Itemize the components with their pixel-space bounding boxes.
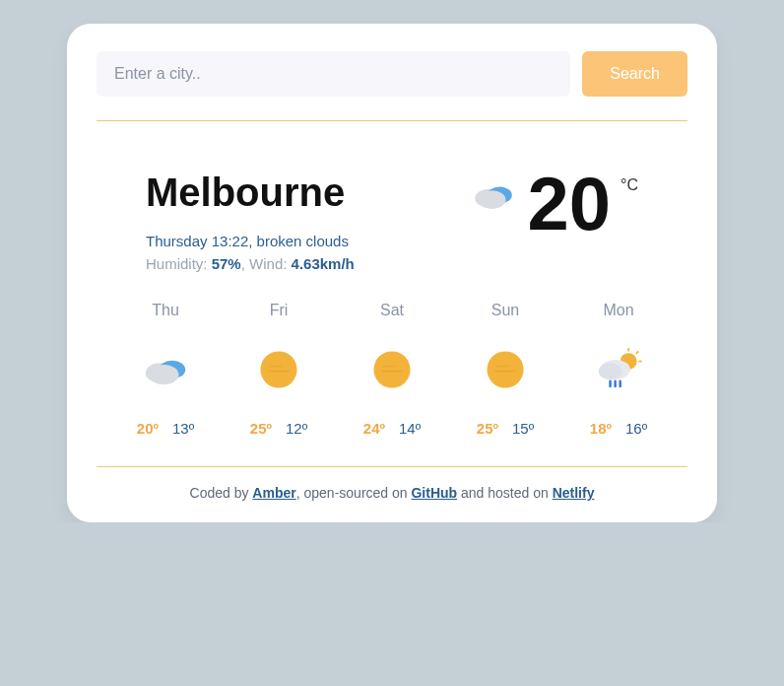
weather-card: Search Melbourne Thursday 13:22, broken … [67,24,717,522]
footer: Coded by Amber, open-sourced on GitHub a… [97,485,687,501]
search-row: Search [97,51,687,97]
forecast-row: Thu 20º13º Fri 25º12º Sat 24º14º Sun 25º… [97,302,687,437]
forecast-icon [139,343,192,396]
divider-bottom [97,466,687,467]
current-description: Thursday 13:22, broken clouds [146,233,449,249]
forecast-day: Sat 24º14º [343,302,441,437]
footer-link-github[interactable]: GitHub [411,485,457,501]
day-name: Mon [603,302,633,319]
humidity-value: 57% [212,255,241,272]
humidity-label: Humidity: [146,255,212,272]
footer-text: and hosted on [457,485,553,501]
temp-high: 18º [590,420,612,437]
current-right: 20 °C [469,171,639,238]
day-name: Sat [380,302,404,319]
forecast-day: Thu 20º13º [116,302,215,437]
day-temps: 25º12º [250,420,307,437]
humidity-sep: , [241,255,249,272]
current-weather: Melbourne Thursday 13:22, broken clouds … [97,171,687,302]
forecast-icon [479,343,532,396]
temp-high: 25º [250,420,272,437]
svg-line-15 [636,351,639,354]
footer-link-author[interactable]: Amber [252,485,295,501]
day-name: Thu [152,302,179,319]
search-button[interactable]: Search [582,51,687,97]
svg-point-5 [149,365,178,384]
temp-low: 12º [286,420,307,437]
temp-low: 13º [172,420,194,437]
temp-low: 14º [399,420,421,437]
temp-high: 24º [363,420,385,437]
day-temps: 25º15º [477,420,534,437]
footer-text: Coded by [190,485,253,501]
forecast-day: Sun 25º15º [456,302,555,437]
temp-high: 25º [477,420,498,437]
divider-top [97,120,687,121]
wind-value: 4.63km/h [292,255,355,272]
footer-link-netlify[interactable]: Netlify [553,485,595,501]
temperature-unit: °C [621,171,638,194]
city-name: Melbourne [146,171,449,215]
forecast-day: Fri 25º12º [229,302,328,437]
forecast-icon [252,343,305,396]
current-temperature: 20 [528,171,612,238]
wind-label: Wind: [249,255,292,272]
footer-text: , open-sourced on [296,485,412,501]
forecast-icon [365,343,419,396]
svg-point-6 [260,351,296,387]
weather-icon [469,171,518,220]
temp-low: 16º [625,420,647,437]
current-left: Melbourne Thursday 13:22, broken clouds … [146,171,449,272]
day-name: Fri [270,302,289,319]
current-meta: Humidity: 57%, Wind: 4.63km/h [146,255,449,272]
day-temps: 18º16º [590,420,647,437]
day-temps: 20º13º [137,420,194,437]
forecast-day: Mon 18º16º [569,302,668,437]
svg-point-17 [599,363,622,379]
day-temps: 24º14º [363,420,421,437]
svg-point-10 [487,351,523,387]
svg-point-2 [478,190,505,209]
temp-low: 15º [512,420,534,437]
search-input[interactable] [97,51,570,97]
day-name: Sun [491,302,519,319]
forecast-icon [592,343,645,396]
svg-point-8 [373,351,410,387]
temp-high: 20º [137,420,159,437]
